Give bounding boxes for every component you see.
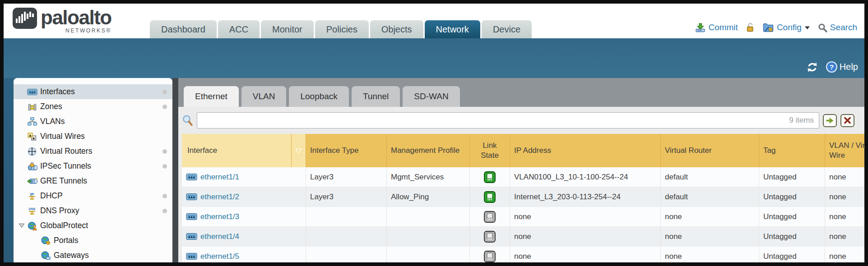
config-button[interactable]: Config (763, 23, 810, 32)
subtab-ethernet[interactable]: Ethernet (184, 86, 239, 107)
sidebar-item-label: IPSec Tunnels (40, 161, 91, 171)
cell-vlan-wire: none (825, 227, 864, 246)
link-state-up-icon (484, 191, 496, 203)
column-header-ip-address[interactable]: IP Address (510, 134, 661, 167)
paloalto-logo-text: paloalto NETWORKS® (41, 8, 111, 34)
interface-link[interactable]: ethernet1/2 (200, 193, 239, 202)
portals-icon (40, 236, 51, 245)
tab-acc[interactable]: ACC (218, 20, 260, 38)
cell-tag: Untagged (759, 207, 825, 226)
subtab-loopback[interactable]: Loopback (289, 86, 348, 107)
dns-proxy-icon: DNS (26, 206, 38, 216)
sidebar-item-virtual-routers[interactable]: Virtual Routers (14, 144, 172, 159)
cell-tag: Untagged (759, 247, 825, 262)
cell-management-profile (387, 227, 470, 246)
help-button[interactable]: ? Help (826, 61, 858, 73)
link-state-down-icon (484, 231, 496, 243)
interface-subtabs: EthernetVLANLoopbackTunnelSD-WAN (178, 78, 864, 107)
column-header-interface-type[interactable]: Interface Type (306, 134, 387, 167)
interface-link[interactable]: ethernet1/3 (200, 212, 239, 221)
paloalto-logo-icon (13, 8, 37, 29)
interface-link[interactable]: ethernet1/1 (200, 173, 239, 182)
ethernet-port-icon (186, 193, 197, 200)
sidebar-item-ipsec-tunnels[interactable]: IPSec Tunnels (14, 159, 172, 174)
column-header-vlan-virtual-wire[interactable]: VLAN / Virtual Wire (825, 134, 864, 167)
tab-network[interactable]: Network (425, 20, 480, 38)
cell-management-profile: Mgmt_Services (387, 167, 470, 187)
sidebar-item-gateways[interactable]: Gateways (14, 248, 172, 262)
cell-interface-type: Layer3 (306, 187, 387, 206)
teal-banner: ? Help (4, 38, 864, 78)
cell-virtual-router: default (661, 187, 759, 206)
status-dot (162, 149, 167, 154)
status-dot (162, 194, 167, 198)
column-header-management-profile[interactable]: Management Profile (387, 134, 470, 167)
sidebar-item-virtual-wires[interactable]: Virtual Wires (14, 129, 172, 144)
item-count: 9 items (789, 112, 814, 128)
sidebar-item-dhcp[interactable]: IPDHCP (14, 188, 172, 203)
cell-management-profile: Allow_Ping (387, 187, 470, 206)
panos-app: paloalto NETWORKS® DashboardACCMonitorPo… (4, 4, 864, 262)
search-label: Search (830, 23, 857, 32)
sidebar-item-globalprotect[interactable]: GlobalProtect (14, 218, 172, 233)
cell-ip-address: none (510, 207, 661, 226)
sidebar-item-label: GlobalProtect (40, 221, 88, 230)
search-button[interactable]: Search (818, 23, 857, 32)
subtab-vlan[interactable]: VLAN (241, 86, 287, 107)
dhcp-icon: IP (26, 192, 38, 201)
clear-filter-button[interactable] (840, 114, 854, 127)
column-header-tag[interactable]: Tag (759, 134, 825, 167)
column-header-interface[interactable]: Interface (182, 134, 292, 167)
tab-monitor[interactable]: Monitor (261, 20, 314, 38)
apply-filter-button[interactable] (823, 114, 837, 127)
cell-interface: ethernet1/2 (182, 187, 306, 206)
interfaces-table: InterfaceInterface TypeManagement Profil… (182, 134, 864, 262)
cell-interface: ethernet1/3 (182, 207, 306, 226)
lock-icon[interactable] (746, 23, 755, 32)
sidebar-item-interfaces[interactable]: Interfaces (14, 84, 172, 99)
cell-management-profile (387, 247, 470, 262)
cell-link-state (470, 167, 510, 187)
interface-link[interactable]: ethernet1/5 (200, 252, 239, 261)
panel-splitter[interactable] (172, 78, 178, 262)
tab-policies[interactable]: Policies (315, 20, 369, 38)
link-state-down-icon (484, 211, 496, 223)
clear-x-icon (844, 117, 851, 124)
sidebar-item-dns-proxy[interactable]: DNSDNS Proxy (14, 203, 172, 218)
cell-management-profile (387, 207, 470, 226)
sidebar-item-vlans[interactable]: VLANs (14, 114, 172, 129)
subtab-tunnel[interactable]: Tunnel (352, 86, 400, 107)
cell-interface-type: Layer3 (306, 167, 387, 187)
sort-dropdown-button[interactable] (292, 134, 306, 167)
status-dot (162, 90, 167, 94)
cell-link-state (470, 207, 510, 226)
column-header-virtual-router[interactable]: Virtual Router (661, 134, 759, 167)
column-header-link-state[interactable]: Link State (470, 134, 510, 167)
filter-input[interactable] (197, 112, 819, 128)
sidebar-item-zones[interactable]: Zones (14, 99, 172, 114)
virtual-wires-icon (26, 133, 38, 141)
ethernet-port-icon (186, 213, 197, 220)
refresh-icon[interactable] (806, 62, 818, 73)
svg-text:DNS: DNS (29, 207, 36, 211)
subtab-sd-wan[interactable]: SD-WAN (403, 86, 460, 107)
config-icon (763, 23, 774, 32)
commit-button[interactable]: Commit (695, 23, 738, 32)
tab-dashboard[interactable]: Dashboard (150, 20, 217, 38)
tab-device[interactable]: Device (482, 20, 532, 38)
ethernet-port-icon (186, 253, 197, 260)
svg-text:?: ? (830, 63, 834, 71)
sidebar-item-portals[interactable]: Portals (14, 233, 172, 248)
expander-triangle-icon[interactable] (17, 223, 26, 228)
interface-link[interactable]: ethernet1/4 (200, 232, 239, 241)
zones-icon (26, 102, 38, 111)
cell-vlan-wire: none (825, 207, 864, 226)
tab-objects[interactable]: Objects (370, 20, 423, 38)
chevron-down-icon (804, 26, 810, 30)
cell-ip-address: Internet_L3_203-0-113-254--24 (510, 187, 661, 206)
status-dot (162, 209, 167, 213)
table-body: ethernet1/1Layer3Mgmt_ServicesVLAN0100_L… (182, 167, 864, 262)
sidebar-item-gre-tunnels[interactable]: GRE Tunnels (14, 174, 172, 188)
virtual-routers-icon (26, 147, 38, 156)
svg-text:IP: IP (30, 192, 34, 196)
